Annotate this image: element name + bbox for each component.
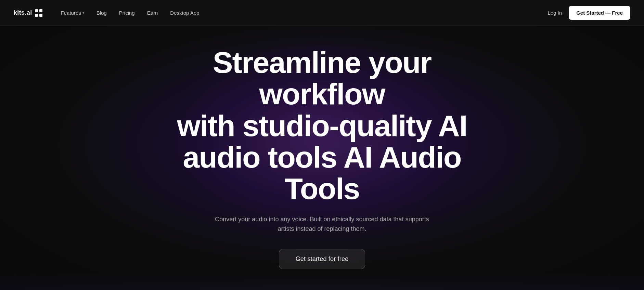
nav-links: Features ▾ Blog Pricing Earn Desktop App (56, 7, 204, 18)
hero-title: Streamline your workflow with studio-qua… (175, 47, 469, 205)
logo-text: kits.ai (14, 9, 32, 16)
get-started-nav-button[interactable]: Get Started — Free (569, 6, 630, 20)
hero-section: Streamline your workflow with studio-qua… (0, 0, 644, 290)
svg-rect-2 (35, 14, 38, 17)
get-started-hero-button[interactable]: Get started for free (279, 249, 365, 269)
nav-right: Log In Get Started — Free (548, 6, 630, 20)
nav-features[interactable]: Features ▾ (56, 7, 89, 18)
logo-icon (35, 9, 42, 17)
nav-left: kits.ai Features ▾ Blog Pricing (14, 7, 204, 18)
nav-pricing[interactable]: Pricing (114, 7, 140, 18)
logo[interactable]: kits.ai (14, 9, 42, 17)
nav-blog[interactable]: Blog (92, 7, 112, 18)
hero-content: Streamline your workflow with studio-qua… (168, 33, 476, 283)
hero-subtitle: Convert your audio into any voice. Built… (212, 214, 432, 234)
svg-rect-0 (35, 9, 38, 12)
login-link[interactable]: Log In (548, 10, 562, 16)
svg-rect-3 (39, 14, 42, 17)
nav-desktop-app[interactable]: Desktop App (165, 7, 204, 18)
nav-earn[interactable]: Earn (142, 7, 163, 18)
svg-rect-1 (39, 9, 42, 12)
chevron-down-icon: ▾ (82, 11, 84, 15)
navbar: kits.ai Features ▾ Blog Pricing (0, 0, 644, 26)
